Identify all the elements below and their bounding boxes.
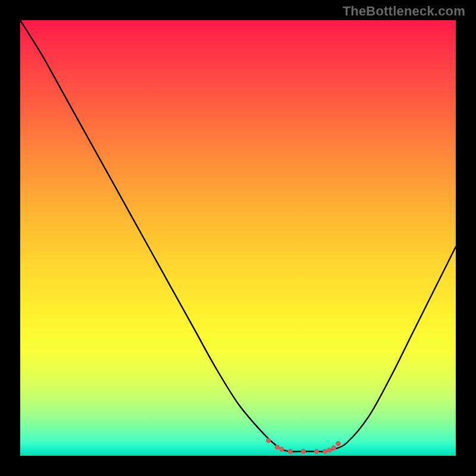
- curve-marker-dot: [327, 447, 332, 452]
- curve-marker-dot: [336, 441, 340, 446]
- curve-marker-dot: [322, 449, 327, 454]
- bottleneck-curve: [20, 20, 456, 452]
- curve-markers: [266, 438, 341, 454]
- curve-marker-dot: [279, 447, 284, 452]
- curve-marker-dot: [266, 438, 271, 443]
- chart-svg: [20, 20, 456, 456]
- curve-marker-dot: [301, 449, 306, 454]
- curve-marker-dot: [275, 444, 280, 449]
- chart-frame: TheBottleneck.com: [0, 0, 476, 476]
- curve-marker-dot: [288, 449, 293, 454]
- curve-marker-dot: [314, 449, 319, 454]
- curve-marker-dot: [331, 446, 336, 450]
- watermark-text: TheBottleneck.com: [343, 4, 465, 19]
- plot-area: [20, 20, 456, 456]
